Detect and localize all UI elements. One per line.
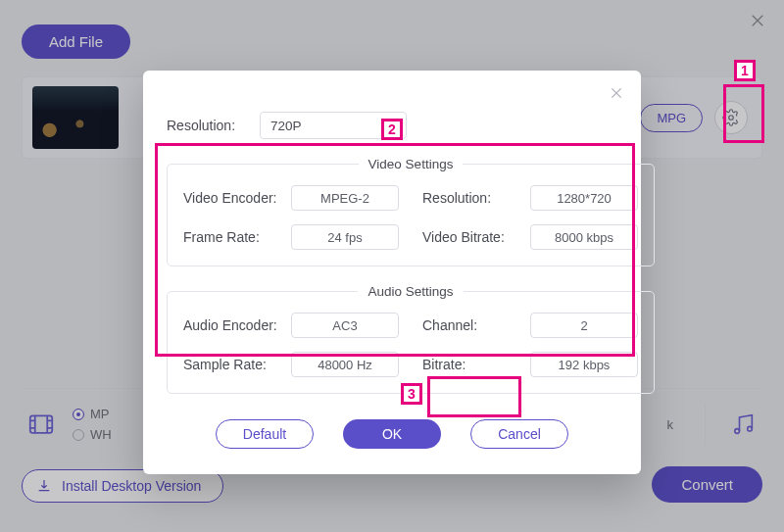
audio-settings-legend: Audio Settings: [358, 284, 463, 299]
sample-rate-label: Sample Rate:: [183, 357, 291, 372]
video-resolution-field[interactable]: [530, 185, 638, 211]
frame-rate-field[interactable]: [291, 224, 399, 250]
video-settings-legend: Video Settings: [359, 157, 464, 171]
channel-field[interactable]: [530, 313, 638, 338]
audio-encoder-field[interactable]: [291, 313, 399, 338]
video-bitrate-field[interactable]: [530, 224, 638, 250]
audio-encoder-label: Audio Encoder:: [183, 317, 291, 333]
video-encoder-label: Video Encoder:: [183, 190, 291, 206]
default-button[interactable]: Default: [216, 419, 314, 449]
video-resolution-label: Resolution:: [422, 190, 530, 206]
audio-settings-group: Audio Settings Audio Encoder: Channel: S…: [167, 284, 655, 394]
ok-button[interactable]: OK: [343, 419, 441, 449]
video-encoder-field[interactable]: [291, 185, 399, 211]
settings-dialog: Resolution: Video Settings Video Encoder…: [143, 71, 641, 474]
dialog-close-button[interactable]: [606, 82, 627, 104]
resolution-label: Resolution:: [167, 118, 260, 133]
audio-bitrate-label: Bitrate:: [422, 357, 530, 372]
channel-label: Channel:: [422, 317, 530, 333]
audio-bitrate-field[interactable]: [530, 352, 638, 377]
sample-rate-field[interactable]: [291, 352, 399, 377]
video-bitrate-label: Video Bitrate:: [422, 229, 530, 245]
resolution-select[interactable]: [260, 112, 407, 139]
video-settings-group: Video Settings Video Encoder: Resolution…: [167, 157, 655, 266]
frame-rate-label: Frame Rate:: [183, 229, 291, 245]
close-icon: [609, 85, 624, 101]
cancel-button[interactable]: Cancel: [470, 419, 568, 449]
